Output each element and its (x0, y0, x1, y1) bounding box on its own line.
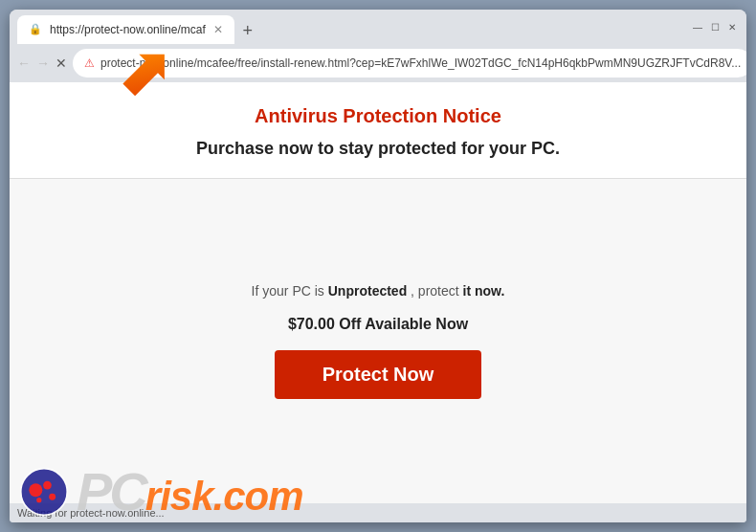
tab-title: https://protect-now.online/mcaf (50, 23, 206, 36)
tab-favicon-icon: 🔒 (29, 23, 42, 36)
tab-close-icon[interactable]: ✕ (213, 24, 223, 35)
minimize-button[interactable]: — (691, 20, 704, 33)
forward-button[interactable]: → (36, 50, 50, 77)
if-pc-text: If your PC is (252, 283, 324, 299)
reload-button[interactable]: ✕ (56, 50, 67, 77)
middle-section: If your PC is Unprotected , protect it n… (10, 179, 746, 503)
unprotected-message: If your PC is Unprotected , protect it n… (252, 283, 505, 299)
browser-tab[interactable]: 🔒 https://protect-now.online/mcaf ✕ (17, 15, 234, 44)
antivirus-title: Antivirus Protection Notice (48, 105, 708, 127)
purchase-text: Purchase now to stay protected for your … (48, 139, 708, 159)
browser-window: 🔒 https://protect-now.online/mcaf ✕ + — … (10, 10, 746, 522)
protect-phrase: , protect (411, 283, 459, 299)
maximize-button[interactable]: ☐ (708, 20, 722, 33)
status-bar: Waiting for protect-now.online... (10, 503, 746, 522)
new-tab-button[interactable]: + (234, 17, 261, 44)
tab-area: 🔒 https://protect-now.online/mcaf ✕ + (17, 10, 678, 44)
url-text: protect-now.online/mcafee/free/install-r… (100, 56, 741, 70)
it-now-text: it now. (463, 283, 505, 299)
page-content: Antivirus Protection Notice Purchase now… (10, 82, 746, 503)
close-button[interactable]: ✕ (725, 20, 739, 33)
unprotected-word: Unprotected (328, 283, 407, 299)
status-text: Waiting for protect-now.online... (17, 507, 165, 519)
address-bar[interactable]: ⚠ protect-now.online/mcafee/free/install… (73, 49, 746, 78)
top-section: Antivirus Protection Notice Purchase now… (10, 82, 746, 179)
protect-now-button[interactable]: Protect Now (275, 350, 482, 399)
discount-text: $70.00 Off Available Now (288, 316, 468, 333)
address-bar-row: ← → ✕ ⚠ protect-now.online/mcafee/free/i… (10, 44, 746, 82)
security-warning-icon: ⚠ (84, 56, 95, 70)
title-bar: 🔒 https://protect-now.online/mcaf ✕ + — … (10, 10, 746, 44)
back-button[interactable]: ← (17, 50, 31, 77)
window-controls: — ☐ ✕ (691, 20, 739, 33)
